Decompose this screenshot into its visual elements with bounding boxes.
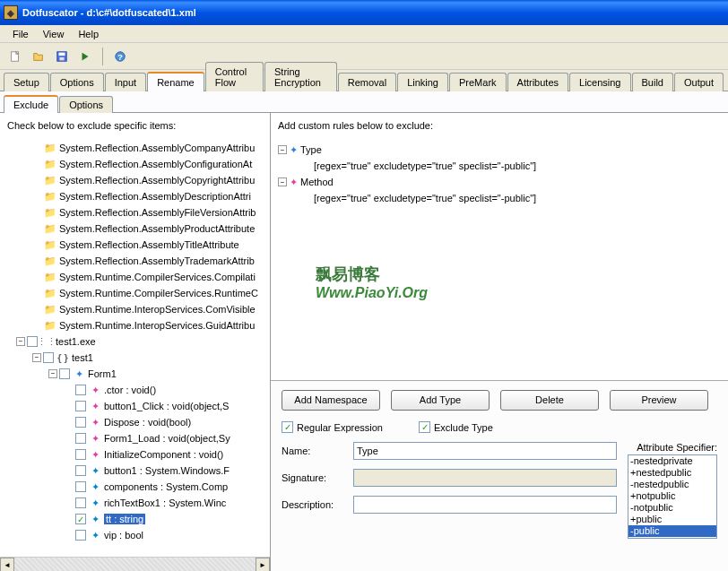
field-icon: ✦ (88, 530, 102, 541)
tree-label: Form1 (88, 368, 117, 379)
open-button[interactable] (29, 47, 48, 66)
tab-output[interactable]: Output (674, 73, 724, 91)
checkbox[interactable]: ✓ (75, 514, 86, 524)
attr-option[interactable]: -notpublic (628, 502, 716, 514)
scroll-left[interactable]: ◄ (0, 558, 14, 571)
regex-checkbox[interactable]: ✓Regular Expression (282, 421, 383, 433)
tree-row[interactable]: 📁System.Reflection.AssemblyCompanyAttrib… (0, 140, 270, 156)
description-input[interactable] (353, 496, 617, 514)
tree-label: System.Reflection.AssemblyFileVersionAtt… (59, 207, 256, 218)
run-button[interactable] (75, 47, 95, 66)
folder-icon: 📁 (43, 288, 57, 299)
toggle-icon[interactable]: − (32, 353, 41, 362)
menu-help[interactable]: Help (71, 27, 106, 41)
rule-type-detail[interactable]: [regex="true" excludetype="true" speclis… (314, 160, 536, 171)
rule-type[interactable]: Type (300, 144, 322, 155)
tab-licensing[interactable]: Licensing (569, 73, 630, 91)
tree-row[interactable]: 📁System.Runtime.CompilerServices.Compila… (0, 269, 270, 285)
attr-option[interactable]: +nestedpublic (628, 467, 716, 479)
name-input[interactable] (353, 442, 617, 460)
subtab-options[interactable]: Options (59, 96, 113, 113)
tree-row[interactable]: ✦richTextBox1 : System.Winc (0, 495, 270, 511)
attr-option[interactable]: +notpublic (628, 490, 716, 502)
preview-button[interactable]: Preview (610, 390, 708, 411)
checkbox[interactable] (75, 481, 86, 492)
exclude-type-checkbox[interactable]: ✓Exclude Type (419, 421, 493, 433)
checkbox[interactable] (75, 449, 86, 460)
help-button[interactable]: ? (110, 47, 130, 66)
hscrollbar[interactable]: ◄ ► (0, 557, 270, 571)
checkbox[interactable] (59, 368, 70, 379)
tree-row[interactable]: 📁System.Runtime.InteropServices.GuidAttr… (0, 317, 270, 333)
collapse-icon[interactable]: − (278, 177, 287, 186)
tab-options[interactable]: Options (50, 73, 104, 91)
new-button[interactable] (5, 47, 25, 66)
attr-specifier-list[interactable]: -nestedprivate+nestedpublic-nestedpublic… (628, 454, 717, 539)
rule-method[interactable]: Method (300, 177, 334, 187)
checkbox[interactable] (75, 465, 86, 476)
toggle-icon[interactable]: − (48, 369, 57, 378)
tree-row[interactable]: 📁System.Reflection.AssemblyCopyrightAttr… (0, 172, 270, 188)
delete-button[interactable]: Delete (500, 390, 599, 411)
tree-row[interactable]: 📁System.Reflection.AssemblyDescriptionAt… (0, 188, 270, 204)
attr-option[interactable]: -nestedprivate (628, 455, 716, 467)
scroll-right[interactable]: ► (256, 558, 270, 571)
menu-file[interactable]: File (5, 27, 36, 41)
field-icon: ✦ (88, 514, 102, 525)
tree-row[interactable]: 📁System.Reflection.AssemblyTitleAttribut… (0, 237, 270, 253)
tree-row[interactable]: −✦Form1 (0, 366, 270, 382)
tree-row[interactable]: 📁System.Reflection.AssemblyFileVersionAt… (0, 204, 270, 221)
tab-build[interactable]: Build (632, 73, 673, 91)
checkbox[interactable] (75, 385, 86, 395)
tab-string-encryption[interactable]: String Encryption (264, 62, 337, 91)
tree-label: Dispose : void(bool) (104, 417, 191, 428)
tree-row[interactable]: ✦Dispose : void(bool) (0, 414, 270, 430)
tree-row[interactable]: ✦components : System.Comp (0, 479, 270, 495)
rules-tree[interactable]: −✦Type [regex="true" excludetype="true" … (271, 138, 728, 380)
attr-option[interactable]: +public (628, 514, 716, 525)
menu-view[interactable]: View (36, 27, 72, 41)
add-type-button[interactable]: Add Type (391, 390, 490, 411)
tab-control-flow[interactable]: Control Flow (205, 62, 264, 91)
tree-label: System.Reflection.AssemblyDescriptionAtt… (59, 191, 251, 202)
tree-row[interactable]: −{ }test1 (0, 350, 270, 366)
tab-input[interactable]: Input (105, 73, 146, 91)
save-button[interactable] (52, 47, 72, 66)
rule-method-detail[interactable]: [regex="true" excludetype="true" speclis… (314, 193, 536, 203)
tree-row[interactable]: 📁System.Reflection.AssemblyTrademarkAttr… (0, 253, 270, 269)
tree-row[interactable]: ✦.ctor : void() (0, 382, 270, 398)
tree-row[interactable]: ✦button1 : System.Windows.F (0, 463, 270, 479)
checkbox[interactable] (75, 417, 86, 428)
tab-linking[interactable]: Linking (397, 73, 448, 91)
tab-removal[interactable]: Removal (338, 73, 396, 91)
checkbox[interactable] (75, 497, 86, 508)
collapse-icon[interactable]: − (278, 145, 287, 154)
attr-option[interactable]: -public (628, 525, 716, 537)
tree-row[interactable]: 📁System.Runtime.InteropServices.ComVisib… (0, 301, 270, 317)
tree-row[interactable]: ✦InitializeComponent : void() (0, 446, 270, 463)
tree-row[interactable]: 📁System.Reflection.AssemblyProductAttrib… (0, 221, 270, 237)
checkbox[interactable] (75, 433, 86, 444)
exclude-tree[interactable]: 📁System.Reflection.AssemblyCompanyAttrib… (0, 138, 270, 557)
checkbox[interactable] (75, 401, 86, 411)
method-icon: ✦ (88, 385, 102, 396)
checkbox[interactable] (43, 352, 54, 363)
checkbox[interactable] (75, 530, 86, 541)
tree-row[interactable]: 📁System.Reflection.AssemblyConfiguration… (0, 156, 270, 172)
toggle-icon[interactable]: − (16, 337, 25, 346)
tree-row[interactable]: 📁System.Runtime.CompilerServices.Runtime… (0, 285, 270, 301)
tree-label: System.Runtime.CompilerServices.RuntimeC (59, 288, 258, 298)
tab-rename[interactable]: Rename (147, 72, 204, 91)
add-namespace-button[interactable]: Add Namespace (282, 390, 380, 411)
tree-row[interactable]: ✦vip : bool (0, 527, 270, 543)
tree-row[interactable]: ✦Form1_Load : void(object,Sy (0, 430, 270, 446)
tab-setup[interactable]: Setup (4, 73, 49, 91)
tree-row[interactable]: −⋮⋮test1.exe (0, 333, 270, 350)
tree-row[interactable]: ✓✦tt : string (0, 511, 270, 527)
tab-premark[interactable]: PreMark (449, 73, 507, 91)
tab-attributes[interactable]: Attributes (507, 73, 568, 91)
folder-icon: 📁 (43, 191, 57, 203)
attr-option[interactable]: -nestedpublic (628, 479, 716, 490)
subtab-exclude[interactable]: Exclude (4, 95, 58, 113)
tree-row[interactable]: ✦button1_Click : void(object,S (0, 398, 270, 414)
